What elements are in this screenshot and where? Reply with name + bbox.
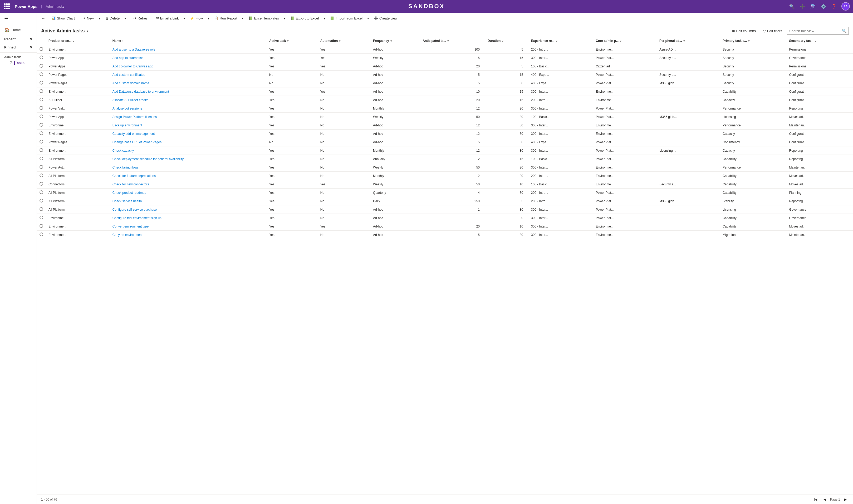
th-experience[interactable]: Experience re... ∨ bbox=[529, 37, 593, 45]
excel-templates-dropdown[interactable]: ▾ bbox=[283, 15, 287, 22]
edit-columns-button[interactable]: ⊞ Edit columns bbox=[729, 28, 759, 34]
row-name-10[interactable]: Capacity add-on management bbox=[110, 129, 267, 138]
row-name-2[interactable]: Add co-owner to Canvas app bbox=[110, 62, 267, 71]
export-excel-button[interactable]: 📗 Export to Excel bbox=[288, 15, 321, 22]
settings-icon[interactable]: ⚙️ bbox=[820, 3, 827, 10]
prev-page-button[interactable]: ◀ bbox=[821, 497, 828, 502]
row-name-16[interactable]: Check for new connectors bbox=[110, 180, 267, 188]
edit-filters-button[interactable]: ▽ Edit filters bbox=[761, 28, 785, 34]
row-radio-3[interactable] bbox=[37, 71, 46, 79]
row-radio-0[interactable] bbox=[37, 45, 46, 54]
help-icon[interactable]: ❓ bbox=[831, 3, 837, 10]
row-radio-20[interactable] bbox=[37, 214, 46, 222]
row-radio-6[interactable] bbox=[37, 96, 46, 104]
row-name-18[interactable]: Check service health bbox=[110, 197, 267, 205]
back-button[interactable]: ← bbox=[39, 15, 48, 22]
new-dropdown[interactable]: ▾ bbox=[97, 15, 102, 22]
row-name-21[interactable]: Convert environment type bbox=[110, 222, 267, 231]
sidebar-item-tasks-icon[interactable]: ☑ Tasks bbox=[0, 59, 37, 67]
th-frequency[interactable]: Frequency ∨ bbox=[370, 37, 420, 45]
create-view-button[interactable]: ➕ Create view bbox=[371, 15, 400, 22]
row-name-0[interactable]: Add a user to a Dataverse role bbox=[110, 45, 267, 54]
run-report-button[interactable]: 📋 Run Report bbox=[212, 15, 240, 22]
delete-dropdown[interactable]: ▾ bbox=[123, 15, 127, 22]
add-icon[interactable]: ➕ bbox=[799, 3, 805, 10]
th-duration[interactable]: Duration ∨ bbox=[485, 37, 529, 45]
row-radio-11[interactable] bbox=[37, 138, 46, 146]
row-name-13[interactable]: Check deployment schedule for general av… bbox=[110, 155, 267, 163]
row-radio-4[interactable] bbox=[37, 79, 46, 87]
sidebar-hamburger[interactable]: ☰ bbox=[0, 13, 37, 25]
row-radio-17[interactable] bbox=[37, 188, 46, 197]
row-name-9[interactable]: Back up environment bbox=[110, 121, 267, 129]
row-radio-15[interactable] bbox=[37, 172, 46, 180]
th-name[interactable]: Name ↑ bbox=[110, 37, 267, 45]
row-name-11[interactable]: Change base URL of Power Pages bbox=[110, 138, 267, 146]
sidebar-item-pinned[interactable]: Pinned ∨ bbox=[0, 43, 37, 51]
first-page-button[interactable]: |◀ bbox=[812, 497, 819, 502]
row-name-6[interactable]: Allocate AI Builder credits bbox=[110, 96, 267, 104]
delete-button[interactable]: 🗑 Delete bbox=[103, 15, 123, 22]
th-anticipated[interactable]: Anticipated ta... ∨ bbox=[420, 37, 485, 45]
row-radio-16[interactable] bbox=[37, 180, 46, 188]
import-excel-button[interactable]: 📗 Import from Excel bbox=[327, 15, 365, 22]
filter-icon[interactable]: ⚗️ bbox=[810, 3, 816, 10]
row-radio-10[interactable] bbox=[37, 129, 46, 138]
avatar[interactable]: SA bbox=[841, 2, 850, 11]
email-dropdown[interactable]: ▾ bbox=[182, 15, 186, 22]
show-chart-button[interactable]: 📊 Show Chart bbox=[49, 15, 77, 22]
th-peripheral[interactable]: Peripheral ad... ∨ bbox=[657, 37, 720, 45]
th-core-admin[interactable]: Core admin p... ∨ bbox=[593, 37, 656, 45]
row-name-7[interactable]: Analyse bot sessions bbox=[110, 104, 267, 113]
row-name-20[interactable]: Configure trial environment sign up bbox=[110, 214, 267, 222]
flow-dropdown[interactable]: ▾ bbox=[207, 15, 211, 22]
row-radio-21[interactable] bbox=[37, 222, 46, 231]
row-name-19[interactable]: Configure self service purchase bbox=[110, 205, 267, 214]
row-radio-19[interactable] bbox=[37, 205, 46, 214]
th-automation[interactable]: Automation ∨ bbox=[318, 37, 370, 45]
row-name-17[interactable]: Check product roadmap bbox=[110, 188, 267, 197]
sidebar-item-home[interactable]: 🏠 Home bbox=[0, 25, 37, 35]
row-radio-22[interactable] bbox=[37, 231, 46, 239]
row-name-3[interactable]: Add custom certificates bbox=[110, 71, 267, 79]
row-radio-8[interactable] bbox=[37, 113, 46, 121]
search-icon[interactable]: 🔍 bbox=[789, 3, 795, 10]
row-radio-12[interactable] bbox=[37, 146, 46, 155]
new-button[interactable]: + New bbox=[81, 15, 96, 22]
row-name-12[interactable]: Check capacity bbox=[110, 146, 267, 155]
row-name-14[interactable]: Check failing flows bbox=[110, 163, 267, 172]
row-name-1[interactable]: Add app to quarantine bbox=[110, 54, 267, 62]
export-dropdown[interactable]: ▾ bbox=[322, 15, 326, 22]
row-radio-9[interactable] bbox=[37, 121, 46, 129]
row-radio-7[interactable] bbox=[37, 104, 46, 113]
import-dropdown[interactable]: ▾ bbox=[366, 15, 370, 22]
sidebar-tasks-label[interactable]: Tasks bbox=[14, 61, 24, 65]
row-radio-14[interactable] bbox=[37, 163, 46, 172]
row-name-22[interactable]: Copy an environment bbox=[110, 231, 267, 239]
run-report-dropdown[interactable]: ▾ bbox=[241, 15, 245, 22]
refresh-button[interactable]: ↺ Refresh bbox=[131, 15, 152, 22]
search-submit-button[interactable]: 🔍 bbox=[840, 29, 849, 33]
th-product[interactable]: Product or se... ∨ bbox=[46, 37, 110, 45]
row-radio-1[interactable] bbox=[37, 54, 46, 62]
row-radio-5[interactable] bbox=[37, 87, 46, 96]
email-link-button[interactable]: ✉ Email a Link bbox=[153, 15, 181, 22]
view-title-chevron[interactable]: ∨ bbox=[86, 29, 89, 33]
row-name-4[interactable]: Add custom domain name bbox=[110, 79, 267, 87]
flow-button[interactable]: ⚡ Flow bbox=[187, 15, 205, 22]
row-radio-13[interactable] bbox=[37, 155, 46, 163]
sidebar-item-recent[interactable]: Recent ∨ bbox=[0, 35, 37, 43]
search-input[interactable] bbox=[787, 29, 840, 33]
row-name-15[interactable]: Check for feature deprecations bbox=[110, 172, 267, 180]
th-primary-task[interactable]: Primary task c... ∨ bbox=[720, 37, 786, 45]
row-radio-18[interactable] bbox=[37, 197, 46, 205]
row-radio-2[interactable] bbox=[37, 62, 46, 71]
row-automation-19: No bbox=[318, 205, 370, 214]
next-page-button[interactable]: ▶ bbox=[842, 497, 849, 502]
excel-templates-button[interactable]: 📗 Excel Templates bbox=[246, 15, 281, 22]
row-name-5[interactable]: Add Dataverse database to environment bbox=[110, 87, 267, 96]
th-secondary-task[interactable]: Secondary tas... ∨ bbox=[786, 37, 853, 45]
waffle-icon[interactable] bbox=[3, 3, 11, 10]
row-name-8[interactable]: Assign Power Platform licenses bbox=[110, 113, 267, 121]
th-active[interactable]: Active task ∨ bbox=[267, 37, 318, 45]
